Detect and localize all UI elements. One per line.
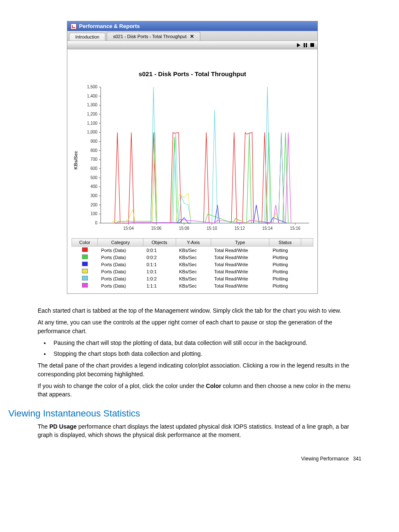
legend-row[interactable]: Ports (Data)1:1:1KBs/SecTotal Read/Write… — [72, 282, 313, 289]
paragraph: The PD Usage performance chart displays … — [38, 422, 361, 439]
stop-icon[interactable] — [310, 43, 314, 47]
legend-row[interactable]: Ports (Data)0:0:2KBs/SecTotal Read/Write… — [72, 254, 313, 261]
color-swatch[interactable] — [82, 283, 88, 288]
svg-text:15:04: 15:04 — [123, 226, 134, 231]
window-titlebar: Performance & Reports — [67, 21, 317, 31]
chart-controls — [67, 41, 317, 49]
legend-category: Ports (Data) — [98, 275, 143, 282]
legend-category: Ports (Data) — [98, 282, 143, 289]
legend-category: Ports (Data) — [98, 261, 143, 268]
tab-label: Introduction — [75, 34, 99, 39]
color-swatch[interactable] — [82, 254, 88, 259]
page-footer: Viewing Performance 341 — [38, 456, 361, 462]
chart-plot: 01002003004005006007008009001,0001,1001,… — [80, 85, 313, 236]
legend-status: Plotting — [269, 247, 301, 254]
legend-type: Total Read/Write — [211, 275, 269, 282]
svg-text:1,100: 1,100 — [87, 121, 97, 126]
svg-text:0: 0 — [95, 221, 97, 225]
chart-icon — [71, 23, 77, 29]
legend-status: Plotting — [269, 254, 301, 261]
chart-area: s021 - Disk Ports - Total Throughput KBs… — [67, 49, 317, 293]
legend-header: Color — [72, 239, 98, 247]
legend-row[interactable]: Ports (Data)1:0:1KBs/SecTotal Read/Write… — [72, 268, 313, 275]
legend-objects: 0:0:1 — [143, 247, 176, 254]
footer-label: Viewing Performance — [301, 456, 349, 462]
legend-row[interactable]: Ports (Data)0:0:1KBs/SecTotal Read/Write… — [72, 247, 313, 254]
svg-text:500: 500 — [90, 175, 97, 180]
color-swatch[interactable] — [82, 269, 88, 273]
legend-type: Total Read/Write — [211, 254, 269, 261]
tab-introduction[interactable]: Introduction — [69, 33, 105, 41]
legend-category: Ports (Data) — [98, 247, 143, 254]
paragraph: Each started chart is tabbed at the top … — [38, 306, 361, 315]
tab-label: s021 - Disk Ports - Total Throughput — [113, 34, 187, 39]
tab-disk-ports[interactable]: s021 - Disk Ports - Total Throughput ✕ — [107, 32, 200, 41]
paragraph: If you wish to change the color of a plo… — [38, 382, 361, 399]
legend-category: Ports (Data) — [98, 254, 143, 261]
svg-text:1,400: 1,400 — [87, 94, 97, 98]
list-item: Stopping the chart stops both data colle… — [50, 350, 361, 358]
svg-text:15:12: 15:12 — [235, 226, 245, 231]
legend-status: Plotting — [269, 282, 301, 289]
tab-row: Introduction s021 - Disk Ports - Total T… — [67, 31, 317, 41]
legend-header: Category — [98, 239, 143, 247]
color-swatch[interactable] — [82, 262, 88, 266]
legend-type: Total Read/Write — [211, 268, 269, 275]
svg-text:1,500: 1,500 — [87, 85, 97, 89]
svg-text:200: 200 — [90, 203, 97, 207]
svg-text:15:08: 15:08 — [179, 226, 189, 231]
legend-objects: 1:0:2 — [143, 275, 176, 282]
legend-objects: 0:0:2 — [143, 254, 176, 261]
svg-text:400: 400 — [90, 184, 97, 189]
svg-text:900: 900 — [90, 139, 97, 144]
legend-yaxis: KBs/Sec — [176, 247, 211, 254]
legend-type: Total Read/Write — [211, 247, 269, 254]
pause-icon[interactable] — [304, 43, 307, 47]
paragraph: The detail pane of the chart provides a … — [38, 361, 361, 378]
svg-text:800: 800 — [90, 148, 97, 153]
svg-text:100: 100 — [90, 211, 97, 216]
svg-text:1,300: 1,300 — [87, 103, 97, 107]
legend-row[interactable]: Ports (Data)0:1:1KBs/SecTotal Read/Write… — [72, 261, 313, 268]
legend-status: Plotting — [269, 261, 301, 268]
svg-text:15:10: 15:10 — [207, 226, 217, 231]
y-axis-label: KBs/Sec — [72, 85, 80, 236]
legend-yaxis: KBs/Sec — [176, 268, 211, 275]
legend-category: Ports (Data) — [98, 268, 143, 275]
legend-yaxis: KBs/Sec — [176, 275, 211, 282]
window-title: Performance & Reports — [79, 23, 140, 29]
svg-text:1,200: 1,200 — [87, 112, 97, 116]
svg-text:15:16: 15:16 — [290, 226, 300, 231]
color-swatch[interactable] — [82, 276, 88, 280]
svg-text:1,000: 1,000 — [87, 130, 97, 134]
legend-yaxis: KBs/Sec — [176, 261, 211, 268]
legend-header: Type — [211, 239, 269, 247]
legend-yaxis: KBs/Sec — [176, 282, 211, 289]
legend-type: Total Read/Write — [211, 282, 269, 289]
legend-yaxis: KBs/Sec — [176, 254, 211, 261]
legend-status: Plotting — [269, 275, 301, 282]
svg-text:700: 700 — [90, 157, 97, 162]
chart-title: s021 - Disk Ports - Total Throughput — [72, 70, 313, 77]
legend-objects: 1:0:1 — [143, 268, 176, 275]
legend-row[interactable]: Ports (Data)1:0:2KBs/SecTotal Read/Write… — [72, 275, 313, 282]
performance-chart-window: Performance & Reports Introduction s021 … — [67, 21, 318, 294]
close-icon[interactable]: ✕ — [190, 33, 194, 39]
body-text: Each started chart is tabbed at the top … — [38, 306, 361, 439]
legend-objects: 0:1:1 — [143, 261, 176, 268]
legend-header: Status — [269, 239, 301, 247]
paragraph: At any time, you can use the controls at… — [38, 318, 361, 335]
svg-text:600: 600 — [90, 166, 97, 171]
footer-page: 341 — [353, 456, 361, 462]
legend-status: Plotting — [269, 268, 301, 275]
svg-text:15:06: 15:06 — [151, 226, 161, 231]
section-heading: Viewing Instantaneous Statistics — [8, 408, 361, 419]
legend-type: Total Read/Write — [211, 261, 269, 268]
svg-text:300: 300 — [90, 193, 97, 198]
legend-header: Objects — [143, 239, 176, 247]
svg-text:15:14: 15:14 — [262, 226, 273, 231]
color-swatch[interactable] — [82, 247, 88, 252]
legend-header: Y-Axis — [176, 239, 211, 247]
play-icon[interactable] — [297, 43, 300, 47]
list-item: Pausing the chart will stop the plotting… — [50, 339, 361, 347]
